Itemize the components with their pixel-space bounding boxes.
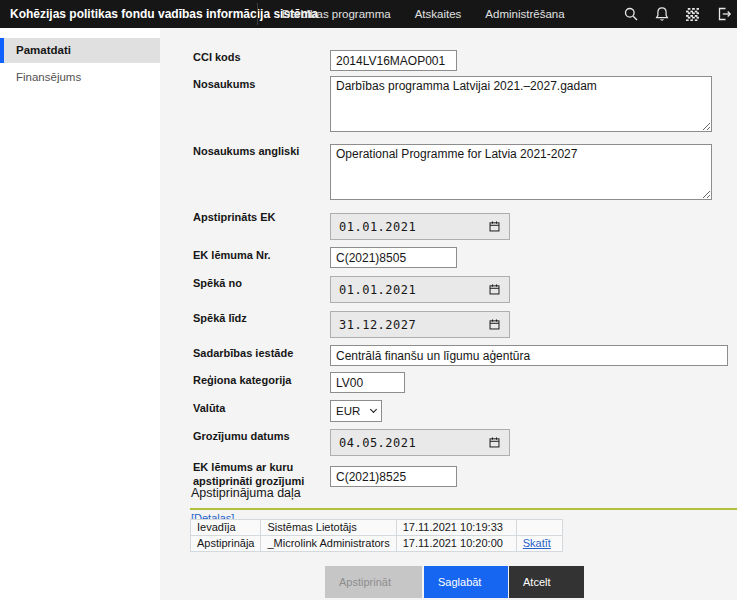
approve-button[interactable]: Apstiprināt (325, 566, 422, 598)
approval-row-label: Apstiprināja (191, 536, 261, 552)
cci-code-label: CCI kods (193, 51, 241, 65)
amendment-date-field[interactable]: 04.05.2021 (330, 429, 510, 456)
valid-from-label: Spēkā no (193, 277, 242, 291)
ec-amendment-decision-label: EK lēmums ar kuru apstiprināti grozījumi (193, 461, 333, 489)
approved-ec-date-field[interactable]: 01.01.2021 (330, 213, 510, 240)
calendar-icon (488, 220, 501, 233)
sidebar: Pamatdati Finansējums (0, 28, 160, 600)
sidebar-item-label: Pamatdati (16, 44, 71, 56)
top-header: Kohēzijas politikas fondu vadības inform… (0, 0, 737, 28)
approval-row-datetime: 17.11.2021 10:20:00 (396, 536, 516, 552)
valid-from-date-value: 01.01.2021 (339, 283, 416, 297)
calendar-icon (488, 436, 501, 449)
sidebar-item-finansejums[interactable]: Finansējums (0, 65, 160, 90)
app-title: Kohēzijas politikas fondu vadības inform… (10, 7, 318, 21)
name-textarea[interactable]: Darbības programma Latvijai 2021.–2027.g… (330, 76, 712, 132)
header-divider (257, 3, 258, 25)
cancel-button[interactable]: Atcelt (509, 566, 584, 598)
ec-decision-label: EK lēmuma Nr. (193, 249, 271, 263)
nav-item-administresana[interactable]: Administrēšana (485, 8, 564, 20)
sidebar-item-pamatdati[interactable]: Pamatdati (0, 38, 160, 63)
cci-code-input[interactable] (330, 50, 457, 71)
save-button[interactable]: Saglabāt (424, 566, 508, 598)
calendar-icon (488, 283, 501, 296)
name-en-textarea[interactable]: Operational Programme for Latvia 2021-20… (330, 144, 712, 200)
ec-amendment-decision-input[interactable] (330, 466, 457, 487)
approval-section-title: Apstiprinājuma daļa (191, 486, 301, 500)
calendar-icon (488, 318, 501, 331)
nav-item-darbibas-programma[interactable]: Darbības programma (282, 8, 391, 20)
region-category-label: Reģiona kategorija (193, 374, 291, 388)
section-divider-line (190, 508, 737, 510)
approved-ec-label: Apstiprināts EK (193, 211, 276, 225)
nav-item-atskaites[interactable]: Atskaites (415, 8, 462, 20)
amendment-date-value: 04.05.2021 (339, 436, 416, 450)
apps-grid-icon[interactable] (684, 6, 701, 23)
approval-row-label: Ievadīja (191, 520, 261, 536)
cooperation-body-input[interactable] (330, 345, 728, 366)
header-icons (622, 0, 732, 28)
currency-select-wrap: EUR (330, 400, 382, 422)
name-en-label: Nosaukums angliski (193, 145, 299, 159)
sidebar-item-label: Finansējums (16, 71, 81, 83)
approval-row-datetime: 17.11.2021 10:19:33 (396, 520, 516, 536)
approval-row-action (516, 520, 562, 536)
currency-select[interactable]: EUR (330, 400, 382, 422)
amendment-date-label: Grozījumu datums (193, 430, 290, 444)
valid-to-label: Spēkā līdz (193, 312, 247, 326)
region-category-input[interactable] (330, 372, 405, 393)
approval-row-user: _Microlink Administrators (261, 536, 396, 552)
cooperation-body-label: Sadarbības iestāde (193, 347, 293, 361)
approved-ec-date-value: 01.01.2021 (339, 220, 416, 234)
name-label: Nosaukums (193, 78, 255, 92)
app-window: Kohēzijas politikas fondu vadības inform… (0, 0, 737, 600)
valid-to-date-value: 31.12.2027 (339, 318, 416, 332)
currency-label: Valūta (193, 402, 225, 416)
valid-to-date-field[interactable]: 31.12.2027 (330, 311, 510, 338)
search-icon[interactable] (622, 6, 639, 23)
view-link[interactable]: Skatīt (523, 537, 551, 549)
ec-decision-input[interactable] (330, 247, 457, 268)
table-row: Ievadīja Sistēmas Lietotājs 17.11.2021 1… (191, 520, 563, 536)
approval-table: Ievadīja Sistēmas Lietotājs 17.11.2021 1… (190, 519, 563, 552)
main-nav: Darbības programma Atskaites Administrēš… (282, 0, 565, 28)
valid-from-date-field[interactable]: 01.01.2021 (330, 276, 510, 303)
logout-icon[interactable] (715, 6, 732, 23)
approval-row-user: Sistēmas Lietotājs (261, 520, 396, 536)
form-area: CCI kods Nosaukums Darbības programma La… (160, 28, 737, 600)
apps-grid-glyph (686, 8, 699, 21)
notifications-icon[interactable] (653, 6, 670, 23)
table-row: Apstiprināja _Microlink Administrators 1… (191, 536, 563, 552)
